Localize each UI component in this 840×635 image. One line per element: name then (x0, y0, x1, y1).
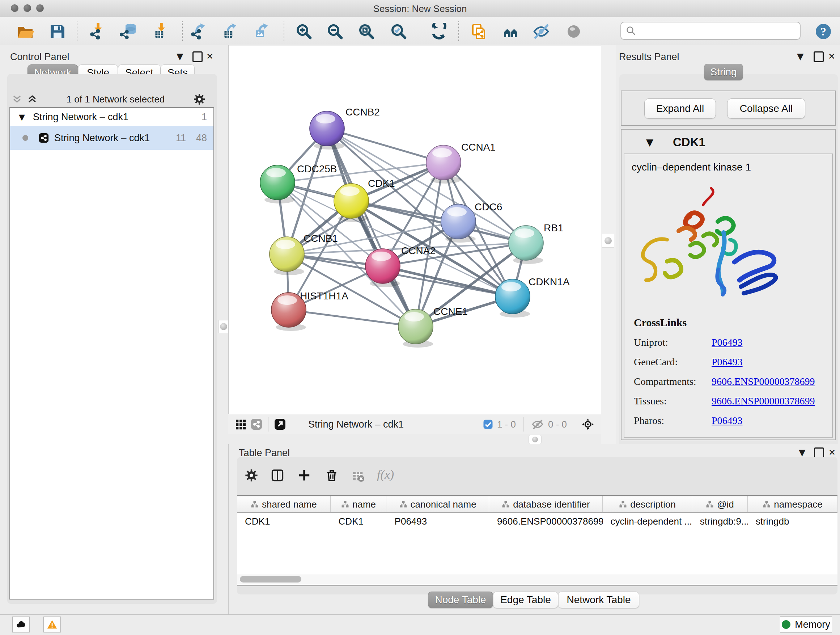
network-collection-row[interactable]: ▼ String Network – cdk1 1 (10, 108, 213, 126)
table-row[interactable]: CDK1CDK1P064939606.ENSP00000378699cyclin… (237, 513, 837, 530)
network-row[interactable]: String Network – cdk1 11 48 (10, 126, 213, 150)
export-network-icon[interactable] (189, 22, 208, 41)
hide-selected-icon[interactable] (532, 22, 551, 41)
results-panel-close-icon[interactable]: ✕ (828, 52, 835, 61)
column-header-canonical-name[interactable]: canonical name (386, 496, 489, 512)
results-panel-float-icon[interactable] (813, 51, 824, 62)
export-image-icon[interactable] (253, 22, 271, 41)
column-header-shared-name[interactable]: shared name (237, 496, 331, 512)
collapse-all-button[interactable]: Collapse All (727, 98, 805, 119)
collection-count: 1 (202, 111, 207, 123)
selected-indicator-checkbox[interactable] (483, 419, 493, 430)
import-network-database-icon[interactable] (119, 22, 138, 41)
gene-section-caret-icon[interactable]: ▼ (646, 137, 653, 148)
splitter-handle-icon[interactable] (532, 437, 538, 442)
control-panel-menu-icon[interactable]: ▼ (177, 52, 183, 61)
show-all-icon[interactable] (564, 22, 583, 41)
node-label: CCNA2 (401, 245, 436, 256)
first-neighbors-icon[interactable] (501, 22, 520, 41)
table-cell[interactable]: 9606.ENSP00000378699 (489, 513, 603, 530)
column-header--id[interactable]: @id (692, 496, 748, 512)
control-panel-close-icon[interactable]: ✕ (206, 52, 213, 61)
zoom-fit-icon[interactable] (357, 22, 376, 41)
zoom-in-icon[interactable] (294, 22, 313, 41)
network-overview-icon[interactable] (248, 416, 264, 432)
network-node-cdkn1a[interactable]: CDKN1A (495, 276, 570, 318)
table-panel-close-icon[interactable]: ✕ (829, 448, 836, 457)
import-network-icon[interactable] (88, 22, 107, 41)
show-columns-icon[interactable] (269, 467, 286, 484)
network-node-cdc25b[interactable]: CDC25B (260, 163, 337, 203)
results-panel-menu-icon[interactable]: ▼ (797, 52, 804, 61)
crosslink-value-link[interactable]: P06493 (712, 356, 743, 368)
vertical-splitter-left[interactable] (218, 45, 229, 614)
network-edge-count: 48 (196, 133, 207, 144)
save-session-icon[interactable] (48, 22, 66, 41)
table-options-gear-icon[interactable] (243, 467, 260, 484)
import-table-icon[interactable] (152, 22, 171, 41)
table-cell[interactable]: stringdb (748, 513, 837, 530)
column-header-description[interactable]: description (603, 496, 692, 512)
table-cell[interactable]: P06493 (387, 513, 489, 530)
crosslink-value-link[interactable]: P06493 (712, 337, 743, 348)
export-table-icon[interactable] (221, 22, 240, 41)
network-graph[interactable]: CCNB2CCNA1CDC25BCDK1CDC6RB1CCNB1CCNA2CDK… (229, 46, 601, 414)
scrollbar-thumb[interactable] (240, 576, 302, 583)
collapse-all-networks-icon[interactable] (11, 94, 23, 105)
show-grid-icon[interactable] (233, 416, 248, 432)
warnings-icon[interactable] (43, 616, 61, 632)
network-node-cdk1[interactable]: CDK1 (334, 178, 395, 222)
tab-edge-table[interactable]: Edge Table (493, 592, 558, 608)
network-node-hist1h1a[interactable]: HIST1H1A (271, 290, 348, 331)
help-icon[interactable]: ? (814, 22, 833, 41)
table-cell[interactable]: stringdb:9... (692, 513, 748, 530)
tab-node-table[interactable]: Node Table (428, 592, 493, 608)
memory-button[interactable]: Memory (780, 616, 832, 633)
clone-network-icon[interactable] (469, 22, 488, 41)
crosslinks-title: CrossLinks (634, 317, 832, 329)
node-label: CDKN1A (529, 276, 570, 287)
zoom-out-icon[interactable] (325, 22, 344, 41)
network-node-ccnb1[interactable]: CCNB1 (270, 233, 338, 275)
crosslink-value-link[interactable]: P06493 (712, 415, 743, 426)
network-canvas[interactable]: CCNB2CCNA1CDC25BCDK1CDC6RB1CCNB1CCNA2CDK… (228, 46, 601, 414)
network-node-rb1[interactable]: RB1 (508, 222, 563, 264)
column-header-label: canonical name (411, 499, 477, 510)
table-cell[interactable]: cyclin-dependent ... (603, 513, 692, 530)
table-hscrollbar[interactable] (237, 574, 837, 584)
open-session-icon[interactable] (16, 22, 35, 41)
horizontal-splitter[interactable] (228, 434, 601, 444)
apply-layout-icon[interactable] (429, 22, 448, 41)
network-edge[interactable] (289, 310, 416, 326)
table-cell[interactable]: CDK1 (331, 513, 387, 530)
network-options-gear-icon[interactable] (193, 93, 206, 106)
results-panel-title: Results Panel (619, 51, 679, 63)
column-header-database-identifier[interactable]: database identifier (489, 496, 603, 512)
splitter-handle-icon[interactable] (605, 237, 612, 244)
expand-all-button[interactable]: Expand All (644, 98, 716, 119)
add-column-icon[interactable] (296, 467, 313, 484)
birds-eye-view-icon[interactable] (272, 416, 288, 432)
table-panel-menu-icon[interactable]: ▼ (799, 448, 805, 457)
collection-caret-icon[interactable]: ▼ (19, 112, 25, 122)
tab-network-table[interactable]: Network Table (558, 592, 639, 608)
crosslink-value-link[interactable]: 9606.ENSP00000378699 (712, 395, 815, 407)
tab-string[interactable]: String (704, 64, 743, 80)
network-selection-status: 1 of 1 Network selected (38, 94, 193, 105)
network-node-cdc6[interactable]: CDC6 (441, 201, 502, 242)
delete-column-icon[interactable] (324, 467, 340, 484)
cloud-status-icon[interactable] (12, 616, 30, 632)
svg-text:?: ? (821, 25, 826, 38)
network-node-ccnb2[interactable]: CCNB2 (309, 106, 380, 149)
crosslink-value-link[interactable]: 9606.ENSP00000378699 (712, 376, 815, 387)
control-panel-float-icon[interactable] (193, 51, 202, 62)
table-cell[interactable]: CDK1 (237, 513, 331, 530)
column-header-name[interactable]: name (331, 496, 387, 512)
zoom-selected-icon[interactable] (389, 22, 408, 41)
search-input[interactable] (639, 25, 793, 36)
splitter-handle-icon[interactable] (220, 323, 227, 330)
column-header-namespace[interactable]: namespace (748, 496, 837, 512)
center-view-icon[interactable] (580, 416, 596, 432)
network-node-ccna1[interactable]: CCNA1 (426, 141, 496, 184)
expand-all-networks-icon[interactable] (26, 94, 38, 105)
